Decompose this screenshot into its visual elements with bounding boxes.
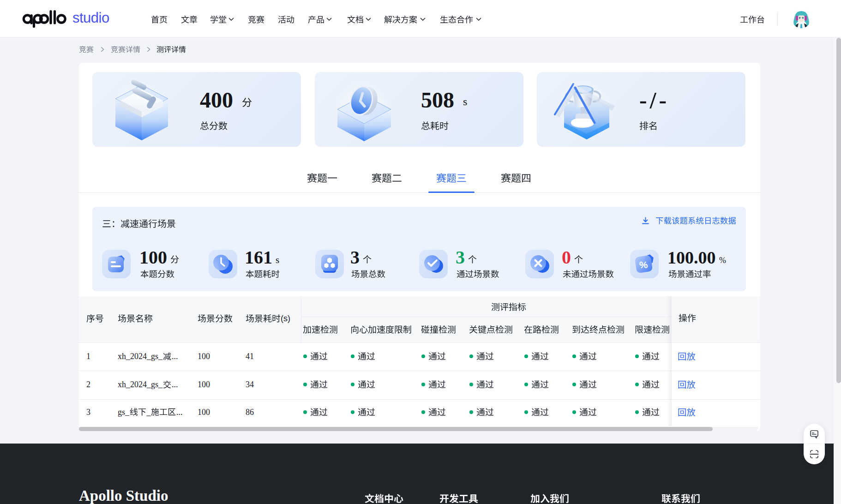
- svg-text:%: %: [639, 259, 648, 270]
